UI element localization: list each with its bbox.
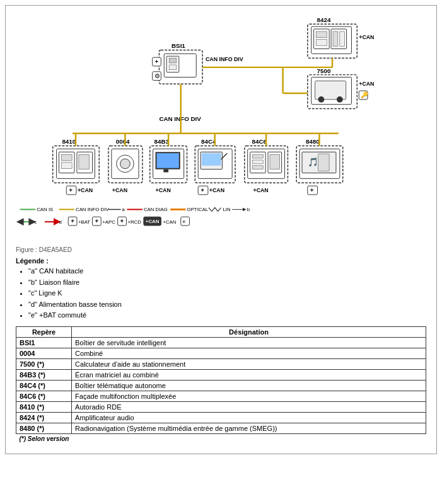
svg-text:a: a (122, 207, 125, 212)
svg-rect-83 (270, 154, 280, 169)
table-note: (*) Selon version (16, 433, 426, 444)
svg-text:LIN: LIN (223, 207, 231, 212)
svg-text:⚙: ⚙ (154, 72, 160, 79)
table-row: 8480 (*) Radionavigation (Système multim… (16, 423, 426, 433)
designation-84c6: Façade multifonction multiplexée (72, 391, 426, 401)
svg-text:+: + (71, 217, 74, 224)
legend-list: "a" CAN habitacle "b" Liaison filaire "c… (16, 266, 426, 321)
repere-8410: 8410 (*) (16, 401, 72, 412)
data-table: Repère Désignation BSI1 Boîtier de servi… (16, 326, 426, 444)
svg-text:CAN DIAG: CAN DIAG (144, 207, 168, 212)
svg-rect-61 (156, 153, 178, 168)
svg-text:+CAN: +CAN (78, 187, 93, 193)
svg-rect-91 (318, 154, 329, 171)
svg-rect-17 (317, 40, 327, 46)
svg-text:CAN INFO DIV: CAN INFO DIV (206, 56, 243, 62)
svg-point-29 (318, 96, 324, 103)
svg-text:+: + (120, 217, 124, 224)
svg-rect-5 (169, 65, 177, 70)
col-header-repere: Repère (16, 326, 72, 337)
svg-rect-28 (315, 81, 346, 99)
svg-text:+APC: +APC (102, 219, 115, 225)
legend-title: Légende : (16, 257, 426, 265)
svg-text:+CAN: +CAN (209, 187, 224, 193)
svg-text:CAN IS: CAN IS (37, 207, 53, 212)
table-note-row: (*) Selon version (16, 433, 426, 444)
figure-label-text: Figure : D4EA5AED (16, 246, 72, 253)
svg-text:+CAN: +CAN (163, 219, 176, 225)
svg-rect-79 (253, 154, 264, 158)
svg-text:+CAN: +CAN (156, 187, 171, 193)
legend-item-b: "b" Liaison filaire (28, 277, 426, 289)
svg-text:b: b (247, 207, 250, 212)
repere-8480: 8480 (*) (16, 423, 72, 433)
table-row: BSI1 Boîtier de servitude intelligent (16, 337, 426, 348)
svg-text:+CAN: +CAN (253, 187, 269, 193)
svg-rect-62 (163, 169, 168, 173)
svg-text:7500: 7500 (317, 67, 331, 74)
svg-text:8410: 8410 (62, 138, 76, 145)
designation-8410: Autoradio RDE (72, 401, 426, 412)
svg-text:d: d (59, 219, 62, 225)
table-row: 0004 Combiné (16, 348, 426, 358)
designation-bsi1: Boîtier de servitude intelligent (72, 337, 426, 348)
svg-text:c: c (34, 219, 37, 225)
diagram-area: BSI1 + ⚙ CAN INFO DIV 8424 (11, 11, 431, 244)
svg-text:+BAT: +BAT (78, 219, 90, 225)
svg-text:84C6: 84C6 (252, 138, 267, 145)
svg-rect-19 (333, 32, 338, 47)
repere-8424: 8424 (*) (16, 412, 72, 423)
svg-point-30 (337, 96, 343, 103)
svg-text:+CAN: +CAN (112, 187, 127, 193)
svg-rect-43 (61, 163, 72, 169)
svg-rect-69 (202, 153, 221, 166)
legend-item-d: "d" Alimentation basse tension (28, 299, 426, 311)
repere-bsi1: BSI1 (16, 337, 72, 348)
svg-point-54 (120, 159, 131, 169)
designation-8424: Amplificateur audio (72, 412, 426, 423)
svg-text:BSI1: BSI1 (172, 42, 185, 49)
designation-84b3: Écran matriciel au combiné (72, 369, 426, 380)
svg-rect-20 (340, 32, 345, 47)
svg-rect-16 (317, 32, 327, 38)
svg-rect-42 (61, 154, 72, 161)
designation-7500: Calculateur d'aide au stationnement (72, 358, 426, 369)
legend-item-c: "c" Ligne K (28, 288, 426, 299)
legend-item-e: "e" +BAT commuté (28, 310, 426, 321)
figure-label: Figure : D4EA5AED (16, 246, 426, 253)
designation-8480: Radionavigation (Système multimédia entr… (72, 423, 426, 433)
svg-text:OPTICAL: OPTICAL (187, 207, 209, 212)
svg-text:+: + (69, 186, 73, 193)
table-row: 8424 (*) Amplificateur audio (16, 412, 426, 423)
legend-section: Légende : "a" CAN habitacle "b" Liaison … (16, 257, 426, 321)
svg-text:+: + (310, 186, 314, 193)
repere-7500: 7500 (*) (16, 358, 72, 369)
svg-text:8424: 8424 (317, 16, 331, 23)
svg-text:CAN INFO DIV: CAN INFO DIV (76, 207, 109, 212)
svg-rect-4 (169, 58, 177, 63)
table-body: BSI1 Boîtier de servitude intelligent 00… (16, 337, 426, 444)
svg-text:+CAN: +CAN (359, 34, 374, 40)
diagram-svg: BSI1 + ⚙ CAN INFO DIV 8424 (11, 11, 431, 244)
table-row: 84C4 (*) Boîtier télématique autonome (16, 380, 426, 391)
repere-84c6: 84C6 (*) (16, 391, 72, 401)
svg-text:🔑: 🔑 (361, 91, 369, 99)
svg-text:🎵: 🎵 (308, 157, 319, 168)
repere-84b3: 84B3 (*) (16, 369, 72, 380)
svg-text:+: + (201, 186, 204, 193)
table-row: 84C6 (*) Façade multifonction multiplexé… (16, 391, 426, 401)
svg-text:e: e (183, 219, 185, 224)
repere-0004: 0004 (16, 348, 72, 358)
svg-text:+RCD: +RCD (127, 219, 141, 225)
repere-84c4: 84C4 (*) (16, 380, 72, 391)
designation-84c4: Boîtier télématique autonome (72, 380, 426, 391)
svg-rect-45 (79, 154, 90, 169)
table-row: 7500 (*) Calculateur d'aide au stationne… (16, 358, 426, 369)
svg-text:84B3: 84B3 (154, 138, 170, 145)
main-container: BSI1 + ⚙ CAN INFO DIV 8424 (5, 5, 437, 454)
svg-text:+: + (95, 217, 98, 224)
svg-text:0004: 0004 (116, 138, 130, 145)
svg-text:8480: 8480 (306, 138, 320, 145)
table-row: 8410 (*) Autoradio RDE (16, 401, 426, 412)
svg-rect-80 (253, 160, 264, 164)
